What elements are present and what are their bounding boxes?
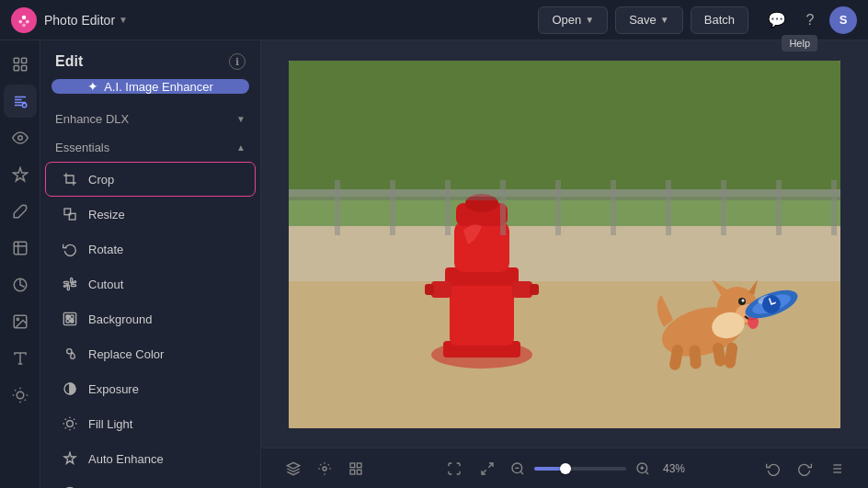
canvas-container[interactable]	[261, 40, 868, 448]
svg-rect-68	[512, 281, 532, 298]
svg-line-45	[65, 427, 66, 428]
icon-bar-brush-button[interactable]	[4, 195, 37, 228]
icon-bar-text-button[interactable]	[4, 342, 37, 375]
zoom-slider[interactable]	[534, 467, 626, 471]
icon-bar-magic-button[interactable]	[4, 158, 37, 191]
cutout-label: Cutout	[88, 278, 123, 291]
background-icon	[61, 310, 79, 328]
ai-button-label: A.I. Image Enhancer	[104, 80, 213, 94]
ai-enhancer-button[interactable]: ✦ A.I. Image Enhancer	[51, 79, 249, 94]
layers-icon-button[interactable]	[280, 455, 307, 482]
menu-item-background[interactable]: Background	[46, 302, 255, 335]
messages-icon-button[interactable]: 💬	[763, 6, 791, 34]
svg-point-22	[17, 392, 24, 399]
svg-rect-31	[63, 312, 75, 324]
zoom-slider-fill	[534, 467, 562, 471]
svg-rect-91	[500, 180, 506, 235]
avatar-initials: S	[839, 13, 848, 27]
icon-bar-effects-button[interactable]	[4, 379, 37, 412]
svg-rect-96	[776, 180, 782, 235]
icon-bar-layout-button[interactable]	[4, 232, 37, 265]
menu-item-exposure[interactable]: Exposure	[46, 372, 255, 405]
enhance-dlx-chevron-icon: ▼	[236, 114, 246, 124]
enhance-dlx-section[interactable]: Enhance DLX ▼	[40, 105, 260, 133]
app-name-chevron-icon: ▼	[119, 15, 128, 25]
menu-item-fill-light[interactable]: Fill Light	[46, 407, 255, 440]
panel-info-icon[interactable]: ℹ	[229, 53, 246, 70]
ai-icon: ✦	[87, 79, 98, 94]
save-button[interactable]: Save ▼	[615, 6, 683, 34]
panel-title: Edit	[55, 53, 83, 70]
zoom-in-button[interactable]	[632, 458, 654, 480]
side-panel: Edit ℹ ✦ A.I. Image Enhancer Enhance DLX…	[40, 40, 261, 488]
resize-icon	[61, 205, 79, 223]
crop-icon	[61, 170, 79, 188]
svg-rect-97	[831, 180, 837, 235]
svg-rect-5	[21, 58, 26, 62]
batch-button[interactable]: Batch	[691, 6, 748, 34]
svg-rect-93	[611, 180, 616, 235]
help-tooltip: Help	[782, 35, 817, 51]
rotate-label: Rotate	[88, 243, 123, 256]
app-name-label: Photo Editor	[44, 13, 115, 28]
svg-rect-86	[289, 189, 840, 197]
redo-icon-button[interactable]	[791, 455, 818, 482]
auto-enhance-label: Auto Enhance	[88, 452, 164, 466]
svg-point-13	[17, 136, 22, 141]
main-area: Edit ℹ ✦ A.I. Image Enhancer Enhance DLX…	[0, 40, 868, 488]
svg-point-19	[17, 318, 18, 320]
svg-rect-7	[21, 66, 26, 71]
fullscreen-icon-button[interactable]	[440, 455, 468, 482]
save-label: Save	[629, 13, 657, 27]
menu-item-cutout[interactable]: Cutout	[46, 267, 255, 301]
bottom-right-icons	[760, 455, 850, 482]
open-button[interactable]: Open ▼	[538, 6, 608, 34]
svg-line-41	[65, 419, 66, 420]
essentials-section[interactable]: Essentials ▲	[40, 133, 260, 162]
save-chevron-icon: ▼	[660, 15, 669, 25]
menu-item-rotate[interactable]: Rotate	[46, 233, 255, 266]
zoom-controls: 43%	[440, 455, 689, 482]
svg-rect-4	[14, 58, 18, 62]
svg-rect-34	[66, 320, 69, 323]
svg-line-26	[24, 400, 25, 401]
user-avatar[interactable]: S	[829, 6, 857, 34]
menu-item-replace-color[interactable]: Replace Color	[46, 337, 255, 370]
svg-rect-33	[71, 315, 74, 318]
grid-icon-button[interactable]	[342, 455, 370, 482]
icon-bar-eye-button[interactable]	[4, 121, 37, 154]
help-icon-button[interactable]: ?	[796, 6, 824, 34]
menu-item-beautify[interactable]: Beautify	[46, 477, 255, 488]
svg-rect-69	[530, 284, 539, 295]
app-name-button[interactable]: Photo Editor ▼	[44, 13, 128, 28]
zoom-value: 43%	[659, 462, 689, 475]
svg-rect-103	[357, 470, 361, 474]
svg-point-12	[22, 103, 27, 108]
svg-rect-87	[289, 197, 840, 200]
replace-color-icon	[61, 345, 79, 363]
settings-icon-button[interactable]	[822, 455, 850, 482]
batch-label: Batch	[704, 13, 735, 27]
icon-bar-home-button[interactable]	[4, 48, 37, 81]
svg-rect-66	[431, 281, 451, 298]
menu-item-auto-enhance[interactable]: Auto Enhance	[46, 442, 255, 475]
bottom-bar: 43%	[261, 448, 868, 488]
menu-item-resize[interactable]: Resize	[46, 198, 255, 231]
menu-item-crop[interactable]: Crop	[46, 163, 255, 196]
undo-rotate-icon-button[interactable]	[760, 455, 787, 482]
svg-rect-94	[666, 180, 671, 235]
zoom-out-button[interactable]	[507, 458, 529, 480]
fill-light-icon	[61, 414, 79, 433]
auto-enhance-icon	[61, 449, 79, 468]
icon-bar-image-button[interactable]	[4, 305, 37, 338]
icon-bar-shapes-button[interactable]	[4, 268, 37, 301]
open-label: Open	[552, 13, 581, 27]
fill-light-label: Fill Light	[88, 417, 132, 431]
crop-label: Crop	[88, 173, 114, 187]
svg-rect-6	[14, 66, 18, 71]
icon-bar-edit-button[interactable]	[4, 85, 37, 118]
fit-icon-button[interactable]	[474, 455, 501, 482]
adjust-icon-button[interactable]	[311, 455, 338, 482]
canvas-image	[289, 61, 840, 428]
svg-point-2	[26, 19, 29, 23]
